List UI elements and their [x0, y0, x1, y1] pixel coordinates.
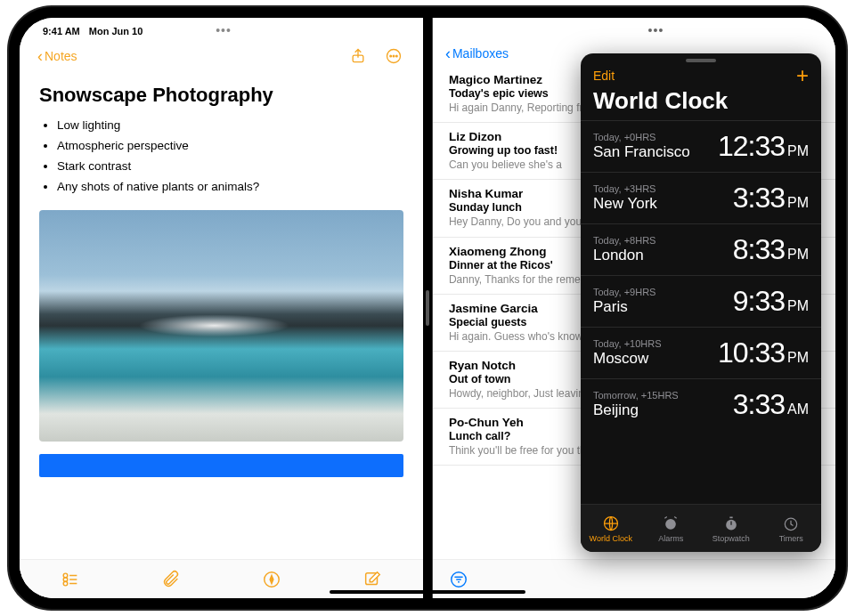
- globe-icon: [602, 515, 620, 532]
- clock-time: 3:33: [733, 388, 785, 421]
- svg-point-7: [63, 581, 68, 586]
- clock-row[interactable]: Today, +10HRS Moscow 10:33 PM: [581, 327, 821, 378]
- screen: 9:41 AM Mon Jun 10 100% ••• ••• ‹ Notes: [20, 18, 835, 598]
- tab-label: World Clock: [590, 534, 632, 543]
- note-image-partial: [39, 454, 403, 477]
- multitask-dots-icon[interactable]: •••: [216, 23, 232, 37]
- tab-label: Alarms: [658, 534, 683, 543]
- clock-offset: Today, +10HRS: [593, 338, 662, 349]
- clock-offset: Today, +3HRS: [593, 183, 657, 194]
- clock-city: New York: [593, 195, 657, 213]
- note-image[interactable]: [39, 210, 403, 442]
- compose-icon[interactable]: [361, 570, 384, 589]
- clock-city: London: [593, 247, 656, 264]
- clock-row[interactable]: Today, +0HRS San Francisco 12:33 PM: [581, 120, 821, 172]
- clock-city: Paris: [593, 298, 656, 316]
- note-bullet: Stark contrast: [57, 157, 403, 177]
- tab-alarms[interactable]: Alarms: [641, 505, 702, 552]
- clock-offset: Today, +9HRS: [593, 287, 656, 297]
- note-bullet: Atmospheric perspective: [57, 136, 403, 157]
- clock-offset: Today, +0HRS: [593, 132, 690, 142]
- clock-edit-button[interactable]: Edit: [593, 69, 615, 83]
- note-bullet: Low lighting: [57, 116, 403, 136]
- chevron-left-icon: ‹: [37, 50, 43, 62]
- clock-time: 12:33: [718, 130, 785, 163]
- clock-offset: Today, +8HRS: [593, 235, 656, 246]
- stopwatch-icon: [722, 515, 740, 532]
- home-indicator[interactable]: [330, 590, 525, 594]
- clock-ampm: PM: [787, 143, 809, 159]
- alarm-icon: [662, 515, 680, 532]
- clock-city: Moscow: [593, 350, 662, 368]
- clock-ampm: PM: [787, 247, 809, 263]
- clock-ampm: AM: [787, 401, 809, 417]
- clock-time: 10:33: [718, 336, 785, 369]
- share-icon[interactable]: [348, 46, 368, 66]
- clock-row[interactable]: Tomorrow, +15HRS Beijing 3:33 AM: [581, 378, 821, 430]
- note-bullet-list: Low lighting Atmospheric perspective Sta…: [20, 116, 423, 198]
- checklist-icon[interactable]: [59, 570, 82, 589]
- markup-icon[interactable]: [260, 570, 283, 589]
- svg-point-3: [393, 55, 395, 57]
- clock-slideover[interactable]: Edit + World Clock Today, +0HRS San Fran…: [581, 53, 821, 552]
- split-view-divider[interactable]: [423, 18, 432, 598]
- clock-time: 9:33: [733, 285, 785, 318]
- multitask-dots-icon[interactable]: •••: [648, 23, 664, 37]
- clock-city: Beijing: [593, 401, 679, 419]
- notes-back-label: Notes: [45, 49, 77, 63]
- svg-point-12: [665, 519, 676, 530]
- tab-world-clock[interactable]: World Clock: [581, 505, 641, 552]
- note-bullet: Any shots of native plants or animals?: [57, 177, 403, 198]
- svg-point-2: [390, 55, 392, 57]
- clock-row[interactable]: Today, +9HRS Paris 9:33 PM: [581, 275, 821, 327]
- svg-point-4: [396, 55, 398, 57]
- ipad-frame: 9:41 AM Mon Jun 10 100% ••• ••• ‹ Notes: [9, 7, 846, 609]
- tab-stopwatch[interactable]: Stopwatch: [701, 505, 761, 552]
- clock-ampm: PM: [787, 350, 809, 366]
- clock-row[interactable]: Today, +3HRS New York 3:33 PM: [581, 172, 821, 223]
- clock-title: World Clock: [581, 84, 821, 120]
- clock-time: 8:33: [733, 233, 785, 266]
- svg-rect-14: [729, 516, 732, 518]
- tab-label: Stopwatch: [712, 534, 750, 543]
- slideover-handle[interactable]: [686, 59, 716, 62]
- mail-back-label: Mailboxes: [452, 46, 509, 61]
- note-title: Snowscape Photography: [20, 73, 423, 116]
- notes-back-button[interactable]: ‹ Notes: [37, 49, 77, 63]
- clock-ampm: PM: [787, 195, 809, 211]
- more-icon[interactable]: [384, 46, 403, 66]
- clock-city: San Francisco: [593, 143, 690, 161]
- clock-ampm: PM: [787, 298, 809, 314]
- timer-icon: [782, 515, 800, 532]
- clock-offset: Tomorrow, +15HRS: [593, 390, 679, 401]
- chevron-left-icon: ‹: [445, 47, 451, 60]
- clock-time: 3:33: [733, 182, 785, 215]
- filter-icon[interactable]: [449, 570, 468, 589]
- clock-tabbar: World Clock Alarms Stopwatch Timers: [581, 504, 821, 552]
- clock-row[interactable]: Today, +8HRS London 8:33 PM: [581, 223, 821, 275]
- tab-timers[interactable]: Timers: [761, 505, 822, 552]
- add-clock-button[interactable]: +: [796, 68, 809, 84]
- attachment-icon[interactable]: [159, 570, 183, 589]
- notes-app: ‹ Notes Snowscape Photography Low lighti…: [20, 18, 423, 598]
- clock-list[interactable]: Today, +0HRS San Francisco 12:33 PM Toda…: [581, 120, 821, 504]
- tab-label: Timers: [779, 534, 803, 543]
